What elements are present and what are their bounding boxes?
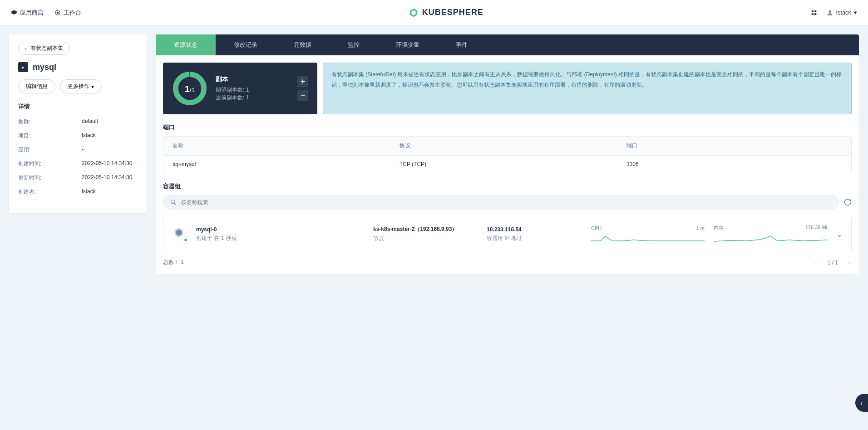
- pods-search-input[interactable]: [181, 199, 832, 205]
- kubesphere-logo-icon: [409, 8, 419, 18]
- pod-hex-icon: [173, 227, 185, 239]
- expand-pod-button[interactable]: ⌄: [836, 230, 842, 239]
- svg-line-11: [174, 203, 176, 205]
- replica-current: 当前副本数: 1: [216, 94, 289, 102]
- ports-section-title: 端口: [163, 123, 852, 132]
- memory-sparkline: [714, 233, 827, 242]
- cpu-value: 1 m: [696, 225, 705, 231]
- workspace-icon: [54, 10, 61, 16]
- more-actions-button[interactable]: 更多操作 ▾: [60, 79, 102, 93]
- topbar-center: KUBESPHERE: [81, 8, 811, 18]
- svg-rect-4: [812, 13, 814, 15]
- ports-table-header: 名称 协议 端口: [163, 137, 851, 156]
- topbar: 应用商店 工作台 KUBESPHERE lstack ▾: [0, 0, 868, 25]
- pager-total: 总数： 1: [163, 259, 184, 266]
- replica-scale-buttons: + −: [297, 76, 308, 101]
- port-header-protocol: 协议: [399, 142, 626, 150]
- replica-row: 1/1 副本 期望副本数: 1 当前副本数: 1 + − 有状态副本集 (Sta…: [163, 63, 852, 114]
- tab-monitoring[interactable]: 监控: [330, 34, 378, 55]
- detail-row-creator: 创建者:lstack: [18, 188, 138, 196]
- caret-down-icon: ▾: [91, 83, 94, 90]
- pod-created: 创建于 在 1 秒后: [196, 235, 364, 242]
- tab-revisions[interactable]: 修改记录: [216, 34, 276, 55]
- search-icon: [170, 199, 177, 205]
- svg-text:1/1: 1/1: [185, 84, 195, 94]
- tab-resource-status[interactable]: 资源状态: [156, 34, 216, 55]
- tab-metadata[interactable]: 元数据: [276, 34, 330, 55]
- replica-ring-chart: 1/1: [172, 71, 207, 106]
- pods-pager: 总数： 1 ← 1 / 1 →: [163, 259, 852, 266]
- nav-workspace[interactable]: 工作台: [54, 9, 81, 17]
- svg-point-1: [57, 12, 59, 14]
- replica-title: 副本: [216, 75, 289, 83]
- pod-ip-column: 10.233.116.54 容器组 IP 地址: [487, 226, 582, 242]
- page-container: ‹ 有状态副本集 ▸ mysql 编辑信息 更多操作 ▾ 详情 集群:defau…: [0, 25, 868, 283]
- svg-rect-5: [814, 13, 816, 15]
- svg-rect-2: [812, 10, 814, 12]
- port-cell-protocol: TCP (TCP): [399, 161, 626, 167]
- detail-row-updated: 更新时间:2022-05-10 14:34:30: [18, 174, 138, 182]
- brand-text: KUBESPHERE: [422, 8, 483, 17]
- replica-info: 副本 期望副本数: 1 当前副本数: 1: [216, 75, 289, 102]
- edit-info-button[interactable]: 编辑信息: [18, 79, 55, 93]
- scale-down-button[interactable]: −: [297, 90, 308, 101]
- caret-down-icon: ▾: [854, 9, 857, 16]
- username: lstack: [836, 9, 851, 16]
- statefulset-icon: ▸: [18, 62, 28, 72]
- back-button[interactable]: ‹ 有状态副本集: [18, 42, 70, 55]
- back-label: 有状态副本集: [30, 44, 63, 52]
- pod-node: ks-k8s-master-2（192.168.9.93）: [373, 225, 478, 233]
- pager-next-button[interactable]: →: [845, 259, 852, 266]
- pod-ip-label: 容器组 IP 地址: [487, 235, 582, 242]
- replica-desired: 期望副本数: 1: [216, 86, 289, 94]
- pod-node-column: ks-k8s-master-2（192.168.9.93） 节点: [373, 225, 478, 243]
- pod-node-label: 节点: [373, 235, 478, 243]
- port-header-name: 名称: [173, 142, 399, 150]
- chevron-left-icon: ‹: [25, 45, 27, 52]
- topbar-left: 应用商店 工作台: [11, 9, 81, 17]
- ports-table: 名称 协议 端口 tcp-mysql TCP (TCP) 3306: [163, 136, 852, 173]
- topbar-right: lstack ▾: [811, 9, 857, 16]
- pod-icon-wrap: [173, 227, 187, 241]
- pod-status-dot: [183, 238, 188, 242]
- pod-memory-metric: 内存176.39 Mi: [714, 225, 827, 244]
- port-cell-port: 3306: [626, 161, 842, 167]
- svg-rect-3: [814, 10, 816, 12]
- pod-name: mysql-0: [196, 226, 364, 233]
- pod-ip: 10.233.116.54: [487, 226, 582, 233]
- detail-row-cluster: 集群:default: [18, 118, 138, 126]
- mem-value: 176.39 Mi: [805, 225, 827, 231]
- store-icon: [11, 10, 17, 16]
- cpu-label: CPU: [591, 225, 602, 231]
- ports-table-row: tcp-mysql TCP (TCP) 3306: [163, 156, 851, 173]
- tab-content: 1/1 副本 期望副本数: 1 当前副本数: 1 + − 有状态副本集 (Sta…: [156, 55, 859, 274]
- pager-prev-button[interactable]: ←: [814, 259, 820, 266]
- user-menu[interactable]: lstack ▾: [826, 9, 857, 16]
- action-buttons: 编辑信息 更多操作 ▾: [18, 79, 138, 93]
- tab-env[interactable]: 环境变量: [378, 34, 438, 55]
- pod-name-column: mysql-0 创建于 在 1 秒后: [196, 226, 364, 242]
- replica-card: 1/1 副本 期望副本数: 1 当前副本数: 1 + −: [163, 63, 317, 114]
- statefulset-info-box: 有状态副本集 (StatefulSet) 用来描述有状态应用，比如副本之间有主从…: [323, 63, 852, 114]
- detail-row-app: 应用:-: [18, 146, 138, 154]
- detail-sidebar: ‹ 有状态副本集 ▸ mysql 编辑信息 更多操作 ▾ 详情 集群:defau…: [9, 34, 147, 213]
- nav-app-store[interactable]: 应用商店: [11, 9, 44, 17]
- tab-bar: 资源状态 修改记录 元数据 监控 环境变量 事件: [156, 34, 859, 55]
- apps-grid-icon[interactable]: [811, 10, 817, 16]
- scale-up-button[interactable]: +: [297, 76, 308, 87]
- tab-events[interactable]: 事件: [438, 34, 486, 55]
- mem-label: 内存: [714, 225, 724, 231]
- refresh-button[interactable]: [843, 198, 852, 206]
- port-header-port: 端口: [626, 142, 842, 150]
- brand-logo[interactable]: KUBESPHERE: [409, 8, 483, 18]
- avatar-icon: [826, 9, 833, 16]
- pods-search-box[interactable]: [163, 195, 839, 210]
- nav-app-store-label: 应用商店: [20, 9, 44, 17]
- cpu-sparkline: [591, 233, 705, 242]
- pod-card[interactable]: mysql-0 创建于 在 1 秒后 ks-k8s-master-2（192.1…: [163, 217, 852, 251]
- svg-point-10: [171, 200, 175, 204]
- resource-title-row: ▸ mysql: [18, 62, 138, 72]
- main-panel: 资源状态 修改记录 元数据 监控 环境变量 事件 1/1 副本 期望副本数: 1: [156, 34, 859, 274]
- pods-toolbar: [163, 195, 852, 210]
- detail-row-created: 创建时间:2022-05-10 14:34:30: [18, 160, 138, 168]
